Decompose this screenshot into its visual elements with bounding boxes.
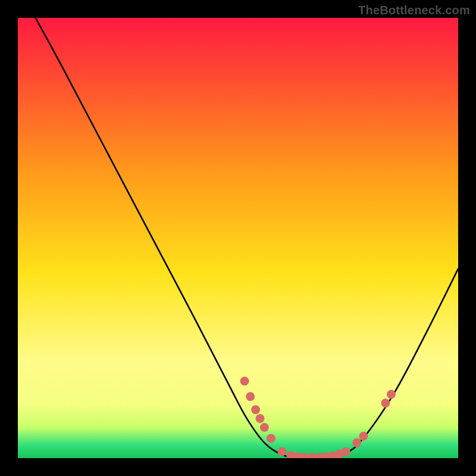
curve-marker (240, 377, 249, 386)
curve-marker (251, 405, 260, 414)
curve-marker (352, 439, 361, 447)
curve-marker (342, 447, 350, 456)
curve-marker (256, 414, 265, 423)
curve-marker (381, 399, 390, 408)
bottleneck-chart (18, 18, 458, 458)
curve-marker (359, 432, 368, 441)
curve-marker (278, 447, 287, 456)
watermark-label: TheBottleneck.com (358, 4, 470, 17)
curve-marker (267, 434, 275, 443)
chart-frame: TheBottleneck.com (0, 0, 476, 476)
curve-marker (246, 392, 255, 401)
curve-marker (260, 423, 269, 432)
curve-marker (387, 390, 396, 399)
